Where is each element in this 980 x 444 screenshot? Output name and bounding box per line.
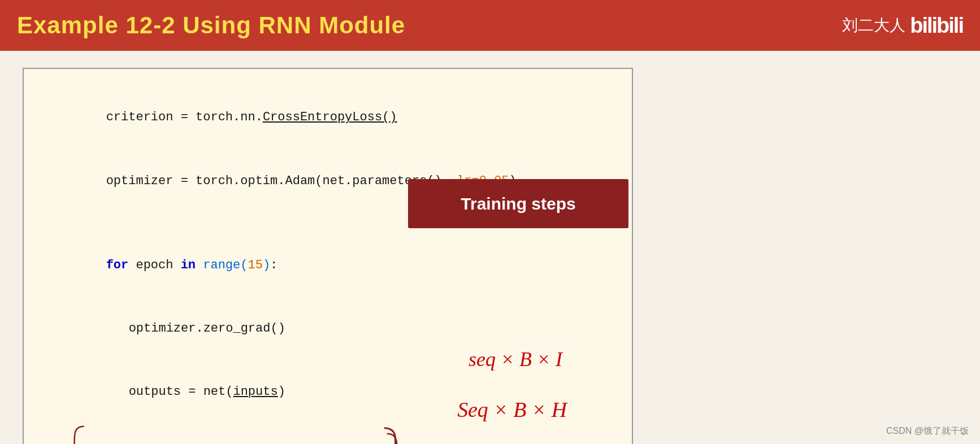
code-line-5: optimizer.zero_grad() <box>69 297 609 360</box>
code-text: optimizer = torch.optim.Adam(net.paramet… <box>106 174 457 188</box>
logo-chinese-text: 刘二大人 <box>842 15 905 36</box>
code-range: range( <box>203 258 248 272</box>
code-text: criterion = torch.nn. <box>106 110 263 124</box>
logo-area: 刘二大人 bilibili <box>842 14 963 38</box>
code-line-7: loss = criterion(outputs, labels) <box>69 424 609 444</box>
code-block: criterion = torch.nn.CrossEntropyLoss() … <box>46 86 609 444</box>
code-line-4: for epoch in range(15): <box>46 234 609 297</box>
training-steps-box: Training steps <box>408 179 628 228</box>
code-15: 15 <box>248 258 262 272</box>
code-text: : <box>270 258 277 272</box>
code-container: criterion = torch.nn.CrossEntropyLoss() … <box>23 68 633 444</box>
code-inputs: inputs <box>233 385 277 399</box>
code-line-6: outputs = net(inputs) <box>69 360 609 424</box>
code-for: for <box>106 258 129 272</box>
code-text: optimizer.zero_grad() <box>129 321 285 336</box>
training-steps-label: Training steps <box>461 194 575 213</box>
code-in: in <box>181 258 196 272</box>
code-range-close: ) <box>263 258 270 272</box>
header: Example 12-2 Using RNN Module 刘二大人 bilib… <box>0 0 980 51</box>
code-line-1: criterion = torch.nn.CrossEntropyLoss() <box>46 86 609 149</box>
code-text: outputs = net( <box>129 385 233 399</box>
main-content: criterion = torch.nn.CrossEntropyLoss() … <box>0 51 980 444</box>
page-title: Example 12-2 Using RNN Module <box>17 12 405 39</box>
bilibili-logo: bilibili <box>910 14 963 38</box>
code-text: ) <box>278 385 285 399</box>
watermark: CSDN @饿了就干饭 <box>886 425 969 437</box>
code-text: epoch <box>128 258 180 272</box>
code-text <box>196 258 203 272</box>
code-crossentropy: CrossEntropyLoss() <box>263 110 397 124</box>
